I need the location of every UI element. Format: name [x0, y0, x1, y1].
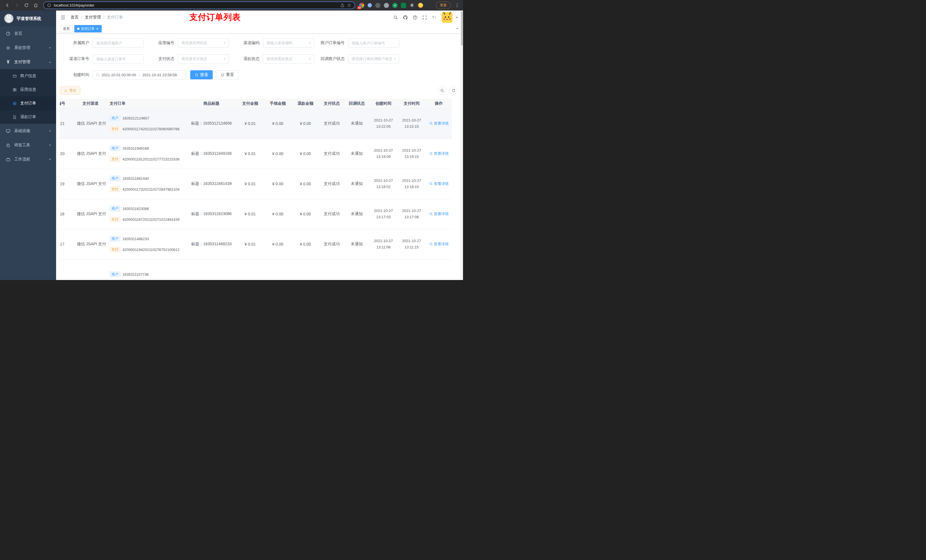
header-actions [393, 12, 458, 23]
sidebar-item-app-info[interactable]: 应用信息 [0, 83, 56, 97]
page-scrollbar[interactable] [460, 11, 463, 280]
view-detail-link[interactable]: 查看详情 [429, 242, 449, 247]
user-avatar[interactable] [442, 12, 452, 23]
view-detail-link[interactable]: 查看详情 [429, 121, 449, 126]
extension-icon-wheel[interactable]: 10 [359, 3, 364, 8]
reset-button[interactable]: 重置 [216, 70, 239, 79]
pay-tag: 支付 [110, 186, 121, 192]
extension-icon-gray[interactable] [384, 3, 389, 8]
share-icon[interactable] [340, 3, 345, 8]
goods-title-cell: 标题：1635311881439 [186, 169, 236, 199]
sidebar-toggle-icon[interactable] [61, 15, 66, 20]
sidebar-item-infra[interactable]: 基础设施 [0, 124, 56, 138]
search-button-label: 搜索 [200, 72, 208, 77]
browser-back-button[interactable] [5, 3, 10, 8]
owner-merchant-input[interactable] [92, 38, 144, 48]
refresh-table-button[interactable] [449, 86, 458, 95]
extension-icon-dark[interactable] [375, 3, 380, 8]
refund-status-label: 退款状态 [235, 56, 263, 62]
pay-status-select[interactable]: 请选择支付状态 [178, 54, 229, 63]
extension-icon-check[interactable] [392, 3, 398, 8]
url-bar[interactable]: localhost:1024/pay/order [43, 2, 355, 9]
refresh-icon [221, 73, 224, 77]
view-detail-link[interactable]: 查看详情 [429, 211, 449, 217]
goods-title-cell: 标题：1635312124656 [186, 109, 236, 139]
col-goods-title: 商品标题 [186, 99, 236, 109]
sidebar-item-merchant-info[interactable]: 商户信息 [0, 69, 56, 83]
browser-forward-button[interactable] [15, 3, 20, 8]
site-info-icon[interactable] [47, 3, 51, 8]
col-pay-time: 支付时间 [398, 99, 426, 109]
pay-status-cell: 支付成功 [319, 199, 344, 229]
browser-profile-avatar[interactable] [418, 3, 423, 8]
sidebar-item-home[interactable]: 首页 [0, 26, 56, 41]
grid-icon [12, 88, 17, 92]
extension-icon-blue[interactable] [368, 3, 372, 8]
breadcrumb-payment[interactable]: 支付管理 [85, 15, 101, 20]
close-icon[interactable] [96, 27, 99, 30]
app-title: 芋道管理系统 [17, 16, 41, 21]
pay-tag: 支付 [110, 247, 121, 252]
export-button[interactable]: 导出 [60, 86, 80, 95]
app-no-placeholder: 请选择应用信息 [182, 41, 207, 45]
search-button[interactable]: 搜索 [190, 70, 213, 79]
sidebar-item-devtools[interactable]: 研发工具 [0, 138, 56, 152]
scrollbar-thumb[interactable] [461, 11, 463, 45]
create-time-cell: 2021-10-27 13:22:05 [369, 109, 398, 139]
refund-status-select[interactable]: 请选择退款状态 [263, 54, 314, 63]
channel-code-select[interactable]: 请输入渠道编码 [263, 38, 314, 48]
github-icon[interactable] [403, 15, 408, 20]
help-icon[interactable] [413, 15, 418, 20]
sidebar-item-payment[interactable]: ¥ 支付管理 [0, 55, 56, 69]
sidebar-item-workflow[interactable]: 工作流程 [0, 152, 56, 166]
app-logo[interactable]: 芋道管理系统 [0, 11, 56, 26]
view-detail-icon [429, 122, 433, 125]
pay-channel-cell: 微信 JSAPI 支付 [74, 229, 107, 259]
extension-icon-square[interactable] [401, 3, 406, 8]
view-detail-link[interactable]: 查看详情 [429, 151, 449, 156]
create-time-range-picker[interactable]: 2021-10-01 00:00:00 - 2021-10-31 23:59:5… [92, 70, 186, 79]
notify-status-select[interactable]: 请选择订单回调商户状态 [348, 54, 399, 63]
browser-reload-button[interactable] [24, 3, 29, 8]
toggle-search-button[interactable] [438, 86, 446, 95]
sidebar-item-system[interactable]: 系统管理 [0, 41, 56, 55]
refund-amount-cell: ¥ 0.00 [292, 229, 319, 259]
tab-home[interactable]: 首页 [60, 25, 73, 32]
fee-amount-cell: ¥ 0.00 [264, 109, 292, 139]
merchant-order-no-label: 商户订单编号 [320, 41, 348, 45]
sidebar-item-refund-order[interactable]: 退款订单 [0, 110, 56, 124]
avatar-caret-icon[interactable] [455, 16, 458, 19]
refund-amount-cell: ¥ 0.00 [292, 139, 319, 169]
col-refund-amount: 退款金额 [292, 99, 319, 109]
browser-home-button[interactable] [33, 3, 38, 8]
chevron-up-icon [48, 60, 51, 64]
merchant-order-no: 1635311823086 [123, 207, 149, 211]
browser-update-button[interactable]: 更新 [436, 2, 451, 9]
breadcrumb-home[interactable]: 首页 [71, 15, 79, 20]
channel-order-no-input[interactable] [92, 54, 144, 63]
merchant-order-no-input[interactable] [348, 38, 399, 48]
pay-date: 2021-10-27 [400, 147, 423, 154]
merchant-order-no: 1635311881440 [123, 177, 149, 181]
owner-merchant-label: 所属商户 [60, 41, 92, 45]
tabs-more-caret-icon[interactable] [455, 27, 459, 30]
tab-pay-order[interactable]: 支付订单 [74, 25, 101, 32]
browser-menu-button[interactable] [455, 3, 460, 8]
pay-order-line: 支付 4200001194202110276752100612 [110, 247, 184, 252]
filter-row-2: 渠道订单号 支付状态 请选择支付状态 退款状态 请选择退款状态 [60, 54, 460, 63]
app-no-select[interactable]: 请选择应用信息 [178, 38, 229, 48]
fullscreen-icon[interactable] [422, 15, 427, 20]
search-icon[interactable] [393, 15, 398, 20]
bookmark-star-icon[interactable] [347, 3, 351, 8]
merchant-tag: 商户 [110, 175, 121, 181]
pay-clock: 13:19:15 [400, 154, 423, 160]
pay-tag: 支付 [110, 156, 121, 162]
sidebar-item-label: 商户信息 [20, 73, 36, 78]
font-size-icon[interactable] [432, 15, 437, 20]
refund-status-placeholder: 请选择退款状态 [266, 56, 292, 62]
extension-icon-puzzle[interactable] [410, 3, 415, 8]
sidebar-item-pay-order[interactable]: 支付订单 [0, 97, 56, 110]
order-id-cell [60, 259, 74, 280]
pay-status-cell: 支付成功 [319, 139, 344, 169]
view-detail-link[interactable]: 查看详情 [429, 181, 449, 186]
